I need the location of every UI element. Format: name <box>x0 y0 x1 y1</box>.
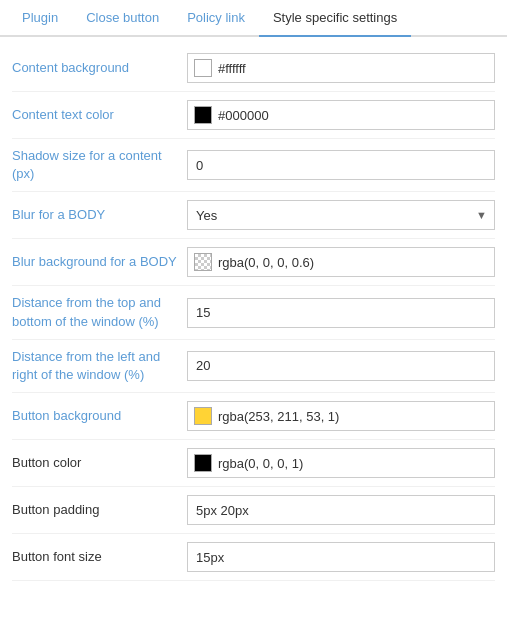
label-button-color: Button color <box>12 454 187 472</box>
tab-close-button[interactable]: Close button <box>72 0 173 37</box>
input-wrap-button-color <box>187 448 495 478</box>
label-distance-left-right: Distance from the left and right of the … <box>12 348 187 384</box>
label-blur-background-body: Blur background for a BODY <box>12 253 187 271</box>
swatch-button-background <box>194 407 212 425</box>
swatch-button-color <box>194 454 212 472</box>
input-wrap-content-background <box>187 53 495 83</box>
label-content-background: Content background <box>12 59 187 77</box>
swatch-blur-background-body <box>194 253 212 271</box>
input-wrap-shadow-size <box>187 150 495 180</box>
settings-panel: Content background Content text color Sh… <box>0 37 507 589</box>
setting-row-button-padding: Button padding <box>12 487 495 534</box>
label-shadow-size: Shadow size for a content (px) <box>12 147 187 183</box>
input-wrap-button-padding <box>187 495 495 525</box>
input-wrap-distance-top-bottom <box>187 298 495 328</box>
setting-row-button-background: Button background <box>12 393 495 440</box>
tab-style-specific[interactable]: Style specific settings <box>259 0 411 37</box>
label-button-background: Button background <box>12 407 187 425</box>
input-distance-top-bottom[interactable] <box>187 298 495 328</box>
swatch-content-text-color <box>194 106 212 124</box>
text-content-text-color[interactable] <box>218 108 488 123</box>
input-button-padding[interactable] <box>187 495 495 525</box>
setting-row-distance-left-right: Distance from the left and right of the … <box>12 340 495 393</box>
setting-row-distance-top-bottom: Distance from the top and bottom of the … <box>12 286 495 339</box>
color-input-content-text-color[interactable] <box>187 100 495 130</box>
tabs-container: Plugin Close button Policy link Style sp… <box>0 0 507 589</box>
input-distance-left-right[interactable] <box>187 351 495 381</box>
label-distance-top-bottom: Distance from the top and bottom of the … <box>12 294 187 330</box>
text-content-background[interactable] <box>218 61 488 76</box>
input-wrap-content-text-color <box>187 100 495 130</box>
setting-row-content-background: Content background <box>12 45 495 92</box>
color-input-button-background[interactable] <box>187 401 495 431</box>
setting-row-button-color: Button color <box>12 440 495 487</box>
input-button-font-size[interactable] <box>187 542 495 572</box>
color-input-content-background[interactable] <box>187 53 495 83</box>
label-button-padding: Button padding <box>12 501 187 519</box>
input-shadow-size[interactable] <box>187 150 495 180</box>
label-content-text-color: Content text color <box>12 106 187 124</box>
label-blur-body: Blur for a BODY <box>12 206 187 224</box>
input-wrap-blur-body: Yes No ▼ <box>187 200 495 230</box>
text-blur-background-body[interactable] <box>218 255 488 270</box>
input-wrap-button-background <box>187 401 495 431</box>
setting-row-blur-background-body: Blur background for a BODY <box>12 239 495 286</box>
tab-bar: Plugin Close button Policy link Style sp… <box>0 0 507 37</box>
input-wrap-distance-left-right <box>187 351 495 381</box>
select-blur-body[interactable]: Yes No <box>187 200 495 230</box>
tab-policy-link[interactable]: Policy link <box>173 0 259 37</box>
tab-plugin[interactable]: Plugin <box>8 0 72 37</box>
color-input-button-color[interactable] <box>187 448 495 478</box>
setting-row-shadow-size: Shadow size for a content (px) <box>12 139 495 192</box>
setting-row-blur-body: Blur for a BODY Yes No ▼ <box>12 192 495 239</box>
color-input-blur-background-body[interactable] <box>187 247 495 277</box>
swatch-content-background <box>194 59 212 77</box>
label-button-font-size: Button font size <box>12 548 187 566</box>
text-button-color[interactable] <box>218 456 488 471</box>
text-button-background[interactable] <box>218 409 488 424</box>
input-wrap-button-font-size <box>187 542 495 572</box>
setting-row-button-font-size: Button font size <box>12 534 495 581</box>
select-wrap-blur-body: Yes No ▼ <box>187 200 495 230</box>
setting-row-content-text-color: Content text color <box>12 92 495 139</box>
input-wrap-blur-background-body <box>187 247 495 277</box>
